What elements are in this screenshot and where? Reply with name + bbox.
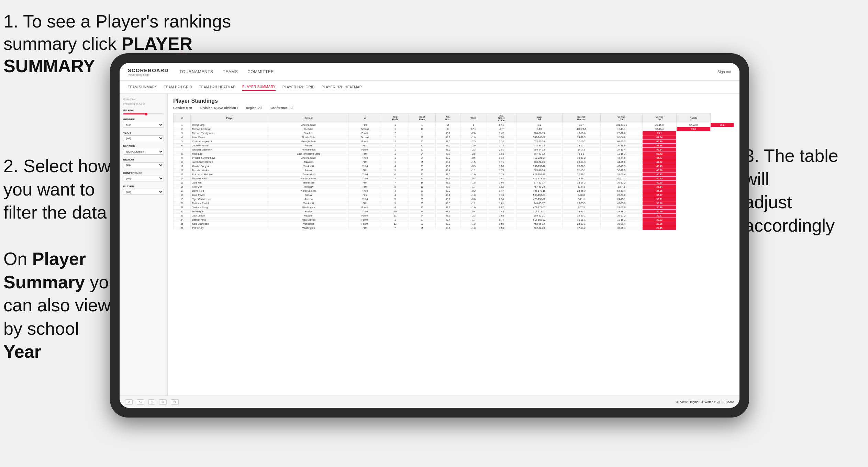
col-school: School bbox=[269, 113, 348, 123]
col-avg-sg: AvgSG bbox=[516, 113, 562, 123]
player-standings-table: # Player School Yr RegRank ConfRank No.R… bbox=[173, 113, 734, 230]
gender-select[interactable]: Men bbox=[123, 122, 164, 128]
table-row[interactable]: 26Petr HrubyWashingtonFifth72568.6-1.81.… bbox=[174, 226, 734, 230]
view-label[interactable]: View: Original bbox=[680, 400, 699, 404]
tablet-device: SCOREBOARD Powered by clippi TOURNAMENTS… bbox=[110, 53, 749, 418]
table-row[interactable]: 23Jack LundinMissouriFourth112468.6-2.31… bbox=[174, 214, 734, 218]
main-nav: TOURNAMENTS TEAMS COMMITTEE bbox=[179, 68, 717, 76]
subnav-player-h2h-grid[interactable]: PLAYER H2H GRID bbox=[282, 84, 315, 90]
subnav-team-summary[interactable]: TEAM SUMMARY bbox=[128, 84, 157, 90]
sidebar-gender: Gender Men bbox=[123, 118, 164, 128]
sidebar-no-rds: No Rds. bbox=[123, 109, 164, 114]
view-icon: 👁 bbox=[676, 400, 679, 404]
col-overall-record: OverallRecord bbox=[562, 113, 600, 123]
col-points: Points bbox=[677, 113, 711, 123]
sub-nav: TEAM SUMMARY TEAM H2H GRID TEAM H2H HEAT… bbox=[120, 81, 739, 94]
filter-conference: Conference: All bbox=[270, 106, 293, 110]
division-select[interactable]: NCAA Division I bbox=[123, 149, 164, 155]
toolbar-paste[interactable]: ⊞ bbox=[159, 399, 167, 405]
table-row[interactable]: 3Michael ThorbjornsenStanfordFourth2168.… bbox=[174, 131, 734, 135]
share-label[interactable]: Share bbox=[726, 400, 734, 404]
sidebar-division: Division NCAA Division I bbox=[123, 145, 164, 155]
table-row[interactable]: 8Mats EgeEast Tennessee StateFifth12468.… bbox=[174, 152, 734, 156]
instruction-step4: On PlayerSummary youcan also viewby scho… bbox=[3, 247, 120, 364]
table-row[interactable]: 14Maxwell FordNorth CarolinaThird72369.1… bbox=[174, 177, 734, 181]
table-row[interactable]: 18Luke PowellUCLAFirst42469.1-1.81.13500… bbox=[174, 193, 734, 197]
instruction-step3: 3. The table will adjust accordingly bbox=[744, 144, 861, 237]
table-row[interactable]: 11Gordon SargentVanderbiltThird42168.7-0… bbox=[174, 164, 734, 168]
table-row[interactable]: 2Michael Le SassoOle MissSecond118067.1-… bbox=[174, 127, 734, 131]
subnav-team-h2h-heatmap[interactable]: TEAM H2H HEATMAP bbox=[199, 84, 235, 90]
tablet-screen: SCOREBOARD Powered by clippi TOURNAMENTS… bbox=[120, 63, 739, 408]
table-row[interactable]: 21Taehoon SongWashingtonFourth42369.2-1.… bbox=[174, 205, 734, 210]
instruction-step2: 2. Select how you want to filter the dat… bbox=[3, 155, 120, 224]
col-adj-score: Adj.Scoreto Par bbox=[487, 113, 516, 123]
table-row[interactable]: 7Nicholas GabrelcikNorth FloridaFourth12… bbox=[174, 148, 734, 152]
subnav-player-summary[interactable]: PLAYER SUMMARY bbox=[242, 84, 276, 91]
toolbar-view: 👁 View: Original 👁 Watch ▾ 🖨 ⬡ Share bbox=[676, 400, 734, 404]
table-row[interactable]: 4Luke ClatonFlorida StateSecond12768.2-1… bbox=[174, 135, 734, 140]
table-row[interactable]: 9Preston SummerhaysArizona StateThird134… bbox=[174, 156, 734, 160]
table-row[interactable]: 10Jacob Skov OlesenArkansasFifth12568.4-… bbox=[174, 160, 734, 164]
table-row[interactable]: 1Wenyi DingArizona StateFirst1115167.1-3… bbox=[174, 123, 734, 127]
subnav-team-h2h-grid[interactable]: TEAM H2H GRID bbox=[164, 84, 192, 90]
toolbar-copy[interactable]: ⎘ bbox=[148, 399, 155, 405]
nav-right: Sign out bbox=[717, 70, 731, 74]
sidebar-player: Player (All) bbox=[123, 185, 164, 195]
app-header: SCOREBOARD Powered by clippi TOURNAMENTS… bbox=[120, 63, 739, 81]
col-player: Player bbox=[191, 113, 269, 123]
table-row[interactable]: 15Jake HallTennesseeFifth71868.5-1.51.66… bbox=[174, 181, 734, 185]
col-wins: Wins bbox=[460, 113, 487, 123]
sidebar-year: Year (All) bbox=[123, 131, 164, 141]
toolbar-share[interactable]: ⬡ bbox=[722, 400, 724, 404]
subnav-player-h2h-heatmap[interactable]: PLAYER H2H HEATMAP bbox=[322, 84, 362, 90]
col-reg-rank: RegRank bbox=[382, 113, 409, 123]
main-content: Update time: 27/03/2024 16:56:26 No Rds.… bbox=[120, 94, 739, 396]
table-area: Player Standings Gender: Men Division: N… bbox=[168, 94, 739, 396]
conference-select[interactable]: (All) bbox=[123, 176, 164, 181]
col-vs-top25: Vs Top25 bbox=[600, 113, 642, 123]
col-rank: # bbox=[174, 113, 191, 123]
nav-teams[interactable]: TEAMS bbox=[223, 68, 238, 76]
filter-division: Division: NCAA Division I bbox=[200, 106, 238, 110]
table-title: Player Standings bbox=[173, 98, 734, 104]
update-label: Update time: bbox=[123, 98, 164, 100]
table-row[interactable]: 22Ian GilliganFloridaThird102468.7-0.81.… bbox=[174, 210, 734, 214]
table-row[interactable]: 20Matthew RiedelVanderbiltFifth92368.5-1… bbox=[174, 201, 734, 205]
table-row[interactable]: 25Cole SherwoodVanderbiltFourth122369.3-… bbox=[174, 222, 734, 226]
no-rds-slider[interactable] bbox=[123, 113, 164, 114]
col-no-rds: No.Rds. bbox=[435, 113, 460, 123]
table-row[interactable]: 13Phichaksn MaichonTexas A&MThird63069.0… bbox=[174, 173, 734, 177]
sidebar-region: Region N/A bbox=[123, 158, 164, 168]
filter-region: Region: All bbox=[246, 106, 263, 110]
year-select[interactable]: (All) bbox=[123, 135, 164, 141]
table-header-row: # Player School Yr RegRank ConfRank No.R… bbox=[174, 113, 734, 123]
player-select[interactable]: (All) bbox=[123, 189, 164, 195]
toolbar-redo[interactable]: ↪ bbox=[137, 399, 144, 405]
table-row[interactable]: 12Brendan ValdesAuburnFifth53768.4-1.11.… bbox=[174, 168, 734, 173]
sidebar-update: Update time: 27/03/2024 16:56:26 bbox=[123, 98, 164, 105]
sidebar-conference: Conference (All) bbox=[123, 171, 164, 181]
table-row[interactable]: 19Tiger ChristensenArizonaThird52369.2-0… bbox=[174, 197, 734, 201]
watch-label[interactable]: 👁 Watch ▾ bbox=[701, 400, 716, 404]
table-row[interactable]: 17David FordNorth CarolinaThird42169.0-0… bbox=[174, 189, 734, 193]
table-row[interactable]: 6Jackson KoivunAuburnFirst12767.5-2.02.7… bbox=[174, 144, 734, 148]
table-row[interactable]: 5Christo LamprechtGeorgia TechFourth2216… bbox=[174, 140, 734, 144]
toolbar-undo[interactable]: ↩ bbox=[125, 399, 133, 405]
sidebar: Update time: 27/03/2024 16:56:26 No Rds.… bbox=[120, 94, 168, 396]
nav-tournaments[interactable]: TOURNAMENTS bbox=[179, 68, 213, 76]
logo-area: SCOREBOARD Powered by clippi bbox=[128, 67, 168, 76]
col-year: Yr bbox=[348, 113, 382, 123]
nav-committee[interactable]: COMMITTEE bbox=[247, 68, 274, 76]
toolbar-print[interactable]: 🖨 bbox=[717, 400, 720, 404]
region-select[interactable]: N/A bbox=[123, 162, 164, 168]
update-time: 27/03/2024 16:56:26 bbox=[123, 103, 164, 105]
toolbar-timer[interactable]: ⏱ bbox=[171, 399, 179, 405]
app-logo-sub: Powered by clippi bbox=[128, 73, 168, 76]
app-logo: SCOREBOARD bbox=[128, 67, 168, 73]
table-row[interactable]: 24Bastian AmatNew MexicoFourth12769.4-1.… bbox=[174, 218, 734, 222]
filters-row: Gender: Men Division: NCAA Division I Re… bbox=[173, 106, 734, 110]
sign-out-link[interactable]: Sign out bbox=[717, 70, 731, 74]
bottom-toolbar: ↩ ↪ ⎘ ⊞ ⏱ 👁 View: Original 👁 Watch ▾ 🖨 ⬡… bbox=[120, 396, 739, 408]
table-row[interactable]: 16Alex GoffKentuckyFifth81968.3-1.71.924… bbox=[174, 185, 734, 189]
